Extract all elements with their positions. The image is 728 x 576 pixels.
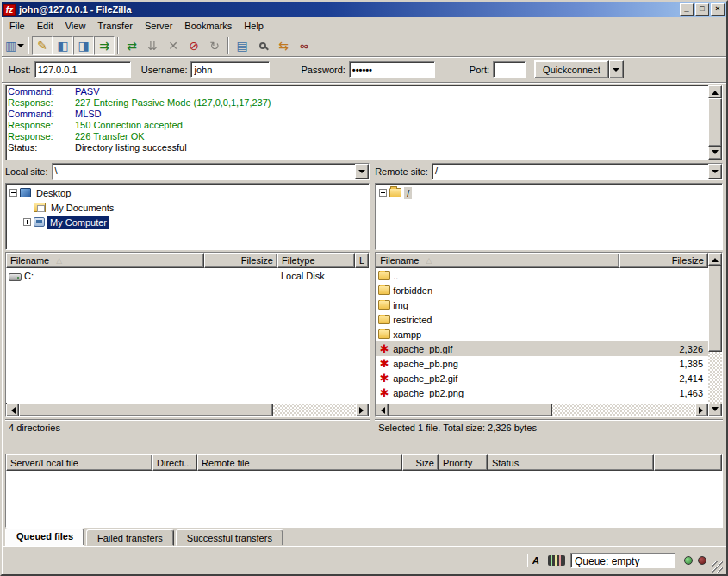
column-header-filetype[interactable]: Filetype (277, 253, 355, 268)
username-input[interactable] (190, 61, 270, 78)
refresh-button[interactable]: ⇄ (121, 36, 142, 55)
file-row[interactable]: .. (376, 268, 708, 283)
remote-vertical-scrollbar[interactable] (708, 253, 722, 416)
column-header-filesize[interactable]: Filesize (619, 253, 708, 268)
quickconnect-button[interactable]: Quickconnect (534, 60, 609, 78)
column-header-direction[interactable]: Directi... (152, 454, 197, 471)
site-manager-button[interactable]: ▥ (4, 36, 25, 55)
host-input[interactable] (34, 61, 131, 78)
queue-body[interactable] (6, 471, 722, 527)
file-row-c-drive[interactable]: C: Local Disk (6, 268, 369, 283)
documents-folder-icon (34, 203, 46, 212)
scroll-right-icon[interactable] (356, 404, 369, 416)
tree-item-label[interactable]: / (404, 187, 412, 199)
column-header-remote-file[interactable]: Remote file (197, 454, 402, 471)
tree-expander-plus[interactable] (23, 218, 31, 226)
toggle-queue-button[interactable]: ⇉ (94, 36, 115, 55)
file-row[interactable]: ✱apache_pb2.png 1,463 (376, 385, 708, 400)
scrollbar-thumb[interactable] (708, 266, 722, 352)
scrollbar-thumb[interactable] (389, 404, 552, 416)
file-row[interactable]: forbidden (376, 283, 708, 297)
file-row[interactable]: ✱apache_pb2_ani.gif 2,160 (376, 400, 708, 403)
password-input[interactable] (349, 61, 435, 78)
filter-button[interactable]: ▤ (232, 36, 252, 55)
toggle-log-button[interactable]: ✎ (32, 36, 53, 55)
sort-ascending-icon: △ (56, 256, 62, 265)
local-site-combo[interactable]: \ (52, 163, 370, 180)
minimize-button[interactable]: _ (680, 3, 694, 16)
column-header-filename[interactable]: Filename △ (6, 253, 204, 268)
column-header-filesize[interactable]: Filesize (204, 253, 277, 268)
tab-successful-transfers[interactable]: Successful transfers (176, 529, 283, 546)
column-header-lastmodified[interactable]: L (355, 253, 369, 268)
tree-item-label[interactable]: My Computer (47, 216, 109, 229)
column-header-size[interactable]: Size (402, 454, 439, 471)
column-header-status[interactable]: Status (488, 454, 654, 471)
scrollbar-track[interactable] (708, 352, 722, 404)
scroll-up-icon[interactable] (708, 85, 722, 98)
tree-item-label[interactable]: My Documents (48, 202, 116, 214)
remote-list-body: .. forbidden img (376, 268, 708, 403)
remote-horizontal-scrollbar[interactable] (376, 404, 708, 416)
remote-site-value[interactable]: / (432, 164, 708, 179)
menu-view[interactable]: View (59, 18, 92, 34)
find-files-button[interactable] (252, 36, 273, 55)
scrollbar-thumb[interactable] (19, 404, 273, 416)
file-row[interactable]: restricted (376, 312, 708, 327)
column-header-filename[interactable]: Filename △ (376, 253, 619, 268)
maximize-button[interactable]: □ (695, 3, 709, 16)
tree-expander-minus[interactable] (9, 189, 17, 197)
scroll-down-icon[interactable] (708, 147, 722, 160)
local-pane: Local site: \ Desktop My Documents (5, 162, 370, 452)
tree-item-desktop[interactable]: Desktop (7, 185, 368, 200)
process-queue-button[interactable]: ⇊ (142, 36, 163, 55)
remote-site-combo[interactable]: / (432, 163, 723, 180)
menu-bookmarks[interactable]: Bookmarks (178, 18, 238, 34)
column-header-server-local-file[interactable]: Server/Local file (6, 454, 152, 471)
file-row[interactable]: ✱apache_pb.png 1,385 (376, 356, 708, 371)
scroll-left-icon[interactable] (6, 404, 19, 416)
file-row[interactable]: ✱apache_pb2.gif 2,414 (376, 371, 708, 385)
toolbar: ▥ ✎ ◧ ◨ ⇉ ⇄ ⇊ ✕ ⊘ ↻ (2, 34, 726, 57)
port-input[interactable] (493, 61, 526, 78)
quickconnect-dropdown-button[interactable] (609, 60, 624, 78)
cancel-button[interactable]: ✕ (163, 36, 184, 55)
scroll-right-icon[interactable] (695, 404, 708, 416)
toggle-remote-tree-button[interactable]: ◨ (73, 36, 94, 55)
local-site-value[interactable]: \ (53, 164, 356, 179)
toggle-local-tree-button[interactable]: ◧ (53, 36, 73, 55)
scroll-down-icon[interactable] (708, 404, 722, 416)
menu-transfer[interactable]: Transfer (91, 18, 139, 34)
tab-queued-files[interactable]: Queued files (5, 528, 84, 546)
tree-expander-plus[interactable] (379, 189, 387, 197)
file-size: 1,463 (619, 388, 708, 398)
scrollbar-thumb[interactable] (708, 98, 722, 147)
tree-item-my-documents[interactable]: My Documents (7, 200, 368, 215)
reconnect-button[interactable]: ↻ (204, 36, 225, 55)
menu-help[interactable]: Help (238, 18, 270, 34)
resize-grip[interactable] (712, 561, 723, 573)
menu-file[interactable]: File (3, 18, 31, 34)
menu-edit[interactable]: Edit (31, 18, 59, 34)
disconnect-button[interactable]: ⊘ (184, 36, 204, 55)
file-name: .. (393, 271, 398, 281)
synchronized-browsing-button[interactable]: ∞ (294, 36, 314, 55)
column-header-priority[interactable]: Priority (439, 454, 488, 471)
file-row[interactable]: img (376, 297, 708, 312)
local-horizontal-scrollbar[interactable] (6, 404, 369, 416)
directory-comparison-button[interactable]: ⇆ (273, 36, 294, 55)
scroll-up-icon[interactable] (708, 253, 722, 266)
local-site-dropdown-button[interactable] (355, 164, 369, 179)
tree-item-root[interactable]: / (376, 185, 721, 200)
site-manager-dropdown-icon[interactable] (17, 44, 24, 51)
close-button[interactable]: × (711, 3, 725, 16)
tab-failed-transfers[interactable]: Failed transfers (86, 529, 174, 546)
remote-site-dropdown-button[interactable] (708, 164, 722, 179)
log-scrollbar[interactable] (708, 85, 722, 160)
tree-item-my-computer[interactable]: My Computer (7, 215, 368, 229)
file-row[interactable]: xampp (376, 327, 708, 341)
file-row-selected[interactable]: ✱apache_pb.gif 2,326 (376, 341, 708, 356)
tree-item-label[interactable]: Desktop (34, 187, 73, 199)
menu-server[interactable]: Server (139, 18, 178, 34)
scroll-left-icon[interactable] (376, 404, 389, 416)
